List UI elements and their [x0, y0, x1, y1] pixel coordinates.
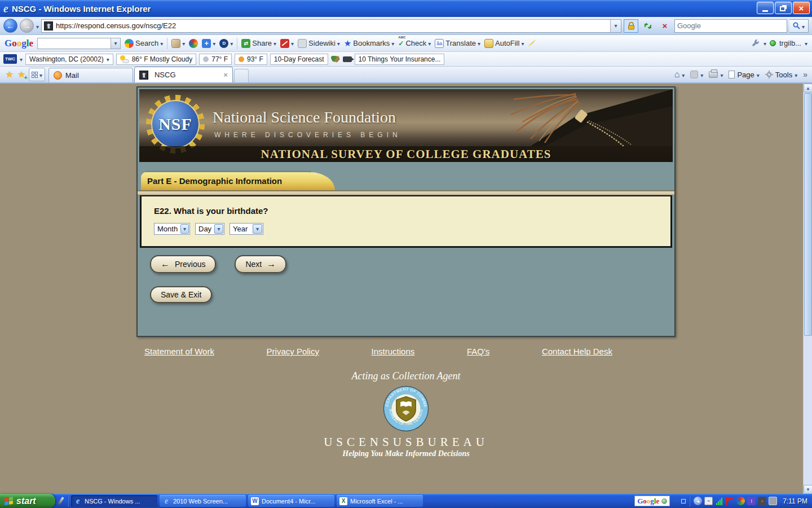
- ie-search-box[interactable]: [674, 19, 787, 33]
- restore-button[interactable]: [775, 2, 792, 14]
- minimize-button[interactable]: [757, 2, 774, 14]
- tools-menu-button[interactable]: Tools: [765, 71, 797, 79]
- tab-nscg[interactable]: NSCG: [134, 67, 233, 82]
- link-privacy-policy[interactable]: Privacy Policy: [267, 347, 319, 356]
- desktop-search-restore-icon[interactable]: [681, 499, 686, 503]
- link-instructions[interactable]: Instructions: [372, 347, 415, 356]
- day-dropdown-icon[interactable]: [214, 224, 223, 234]
- quick-launch-pen-icon[interactable]: [58, 497, 64, 505]
- tray-messenger-alert-icon[interactable]: [747, 497, 756, 505]
- url-input[interactable]: [56, 21, 610, 30]
- weather-map-icon[interactable]: [331, 56, 340, 63]
- month-select[interactable]: Month: [154, 223, 190, 235]
- dell-button[interactable]: D: [219, 39, 233, 48]
- link-contact-help-desk[interactable]: Contact Help Desk: [542, 347, 612, 356]
- buzz-button[interactable]: [189, 39, 198, 48]
- home-button[interactable]: [674, 69, 685, 80]
- share-button[interactable]: ⇄Share: [241, 39, 276, 48]
- desktop-search-dropdown[interactable]: [674, 498, 677, 504]
- account-label[interactable]: trgilb...: [779, 39, 801, 47]
- current-conditions[interactable]: 86° F Mostly Cloudy: [116, 54, 197, 65]
- scrollbar-thumb[interactable]: [804, 93, 812, 336]
- start-button[interactable]: start: [0, 494, 55, 508]
- day-select[interactable]: Day: [195, 223, 224, 235]
- task-web-screen[interactable]: 2010 Web Screen...: [160, 495, 246, 507]
- refresh-button[interactable]: [641, 19, 655, 33]
- bookmarks-button[interactable]: Bookmarks: [344, 38, 395, 49]
- stop-button[interactable]: [657, 19, 672, 33]
- add-favorite-icon[interactable]: [17, 69, 25, 80]
- address-field[interactable]: [41, 19, 621, 33]
- spellcheck-button[interactable]: ABCCheck: [398, 39, 431, 47]
- print-button[interactable]: [709, 71, 723, 79]
- tab-mail[interactable]: Mail: [48, 68, 133, 82]
- headline-label: 10 Things Your Insurance...: [359, 55, 441, 63]
- news-button[interactable]: [171, 39, 185, 48]
- tray-display-icon[interactable]: [769, 497, 777, 505]
- close-button[interactable]: [793, 2, 810, 14]
- tray-hide-inactive-icon[interactable]: [694, 497, 702, 505]
- month-dropdown-icon[interactable]: [180, 224, 189, 234]
- feeds-button[interactable]: [690, 71, 703, 79]
- security-lock-button[interactable]: [624, 19, 638, 33]
- vertical-scrollbar[interactable]: [803, 84, 812, 494]
- tray-flag-alert-icon[interactable]: [726, 497, 734, 505]
- google-desktop-search[interactable]: Google: [634, 496, 670, 506]
- task-word-document[interactable]: Document4 - Micr...: [248, 495, 334, 507]
- new-tab-stub[interactable]: [234, 69, 249, 82]
- tray-pinwheel-icon[interactable]: [736, 497, 745, 505]
- favorites-star-icon[interactable]: [6, 69, 13, 80]
- scroll-down-button[interactable]: [804, 485, 812, 494]
- back-button[interactable]: [3, 19, 17, 33]
- next-button[interactable]: Next: [235, 255, 286, 273]
- high-temp[interactable]: 93° F: [235, 54, 267, 65]
- search-dropdown: [160, 39, 163, 47]
- more-commands-chevron[interactable]: [803, 70, 807, 79]
- twc-logo[interactable]: TWC: [3, 54, 17, 64]
- task-nscg[interactable]: NSCG - Windows ...: [71, 495, 157, 507]
- news-headline[interactable]: 10 Things Your Insurance...: [355, 54, 445, 65]
- quick-tabs-dropdown[interactable]: [39, 69, 42, 80]
- page-menu-button[interactable]: Page: [729, 71, 759, 79]
- save-exit-button[interactable]: Save & Exit: [150, 286, 212, 303]
- tray-wireless-display-icon[interactable]: [704, 497, 713, 505]
- tray-security-block-icon[interactable]: [758, 497, 766, 505]
- speech-bubble-icon: [298, 39, 307, 48]
- link-statement-of-work[interactable]: Statement of Work: [144, 347, 214, 356]
- autofill-button[interactable]: AutoFill: [484, 39, 524, 48]
- quick-tabs-grid-icon: [32, 72, 38, 78]
- task-excel[interactable]: Microsoft Excel - ...: [337, 495, 423, 507]
- low-temp[interactable]: 77° F: [199, 54, 232, 65]
- url-dropdown[interactable]: [610, 20, 621, 32]
- ie-search-input[interactable]: [677, 21, 784, 30]
- weather-location-select[interactable]: Washington, DC (20002): [25, 54, 113, 65]
- search-options-dropdown[interactable]: [802, 21, 805, 31]
- plus-icon: +: [202, 39, 211, 48]
- year-select[interactable]: Year: [230, 223, 263, 235]
- account-dropdown[interactable]: [805, 39, 807, 47]
- previous-button[interactable]: Previous: [150, 255, 216, 273]
- forecast-button[interactable]: 10-Day Forecast: [270, 54, 328, 65]
- tab-close-icon[interactable]: [223, 71, 228, 79]
- add-gadget-button[interactable]: +: [202, 39, 215, 48]
- twc-dropdown[interactable]: [20, 55, 23, 63]
- year-dropdown-icon[interactable]: [253, 224, 262, 234]
- settings-dropdown[interactable]: [764, 39, 766, 47]
- video-camera-icon[interactable]: [343, 56, 352, 62]
- translate-button[interactable]: âaTranslate: [435, 39, 480, 48]
- tray-signal-strength-icon[interactable]: [715, 497, 723, 505]
- scroll-up-button[interactable]: [804, 84, 812, 93]
- quick-tabs-button[interactable]: [29, 68, 45, 81]
- link-faqs[interactable]: FAQ's: [467, 347, 489, 356]
- google-search-dropdown[interactable]: [111, 38, 120, 49]
- translate-icon: âa: [435, 39, 444, 48]
- wrench-icon[interactable]: [752, 39, 760, 47]
- highlighter-button[interactable]: [528, 40, 536, 47]
- google-search-button[interactable]: Search: [125, 39, 163, 48]
- forward-button[interactable]: [20, 19, 34, 33]
- google-search-input[interactable]: [37, 38, 121, 49]
- history-dropdown[interactable]: [36, 21, 39, 31]
- sidewiki-button[interactable]: Sidewiki: [298, 39, 340, 48]
- blocked-button[interactable]: [280, 39, 294, 48]
- search-go-button[interactable]: [789, 19, 809, 33]
